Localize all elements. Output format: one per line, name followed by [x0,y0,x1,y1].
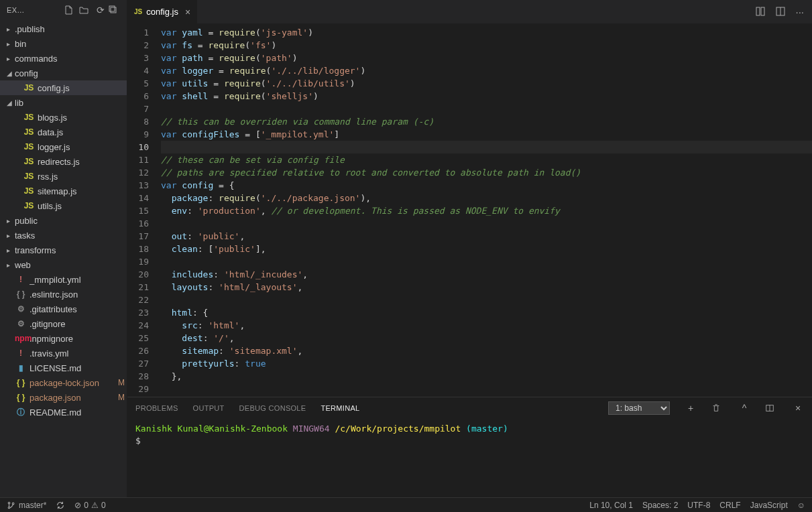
tab-actions: ··· [755,6,812,17]
item-label: .travis.yml [30,348,127,359]
item-label: lib [15,98,127,108]
svg-rect-3 [761,7,764,15]
file-README-md[interactable]: ⓘREADME.md [0,405,127,420]
terminal-body[interactable]: Kanishk Kunal@Kanishk-Zenbook MINGW64 /c… [127,419,812,497]
item-label: logger.js [38,142,127,152]
svg-rect-2 [756,7,760,15]
chevron-right-icon: ▸ [7,40,15,48]
file--mmpilot-yml[interactable]: !_mmpilot.yml [0,272,127,287]
file--eslintrc-json[interactable]: { }.eslintrc.json [0,287,127,302]
chevron-right-icon: ▸ [7,217,15,225]
folder-commands[interactable]: ▸commands [0,51,127,66]
file-package-json[interactable]: { }package.jsonM [0,390,127,405]
file-sitemap-js[interactable]: JSsitemap.js [0,184,127,198]
item-label: .gitignore [30,319,127,329]
folder-bin[interactable]: ▸bin [0,36,127,51]
bottom-panel: PROBLEMSOUTPUTDEBUG CONSOLETERMINAL 1: b… [127,397,812,497]
item-label: .publish [15,24,127,34]
chevron-down-icon: ◢ [7,70,15,77]
panel-tab-problems[interactable]: PROBLEMS [135,404,178,412]
panel-tab-output[interactable]: OUTPUT [193,404,225,412]
item-label: .eslintrc.json [30,290,127,300]
panel-tab-debug-console[interactable]: DEBUG CONSOLE [239,404,306,412]
compare-icon[interactable] [755,6,766,17]
file--travis-yml[interactable]: !.travis.yml [0,346,127,361]
file-blogs-js[interactable]: JSblogs.js [0,110,127,125]
item-label: sitemap.js [38,186,127,196]
file-redirects-js[interactable]: JSredirects.js [0,154,127,169]
collapse-all-icon[interactable] [108,5,123,15]
status-sync-icon[interactable] [56,501,65,510]
folder-transforms[interactable]: ▸transforms [0,243,127,257]
kill-terminal-icon[interactable] [711,403,723,413]
folder-lib[interactable]: ◢lib [0,95,127,110]
maximize-panel-icon[interactable]: ^ [738,403,750,413]
file-LICENSE-md[interactable]: ▮LICENSE.md [0,361,127,375]
status-branch[interactable]: master* [7,501,46,510]
chevron-right-icon: ▸ [7,247,15,254]
close-icon[interactable]: × [185,7,190,17]
status-encoding[interactable]: UTF-8 [687,501,710,510]
status-feedback-icon[interactable]: ☺ [797,501,805,510]
terminal-branch: (master) [466,424,508,434]
file-package-lock-json[interactable]: { }package-lock.jsonM [0,375,127,390]
line-gutter: 1234567891011121314151617181920212223242… [127,23,161,397]
item-label: bin [15,39,127,49]
item-label: package.json [30,393,116,403]
status-cursor[interactable]: Ln 10, Col 1 [589,501,633,510]
item-label: config.js [38,83,127,93]
chevron-right-icon: ▸ [7,232,15,239]
file--gitattributes[interactable]: ⚙.gitattributes [0,302,127,316]
item-label: commands [15,54,127,64]
item-label: _mmpilot.yml [30,275,127,285]
refresh-icon[interactable]: ⟳ [93,5,108,15]
tab-config-js[interactable]: JS config.js × [127,0,197,23]
file--gitignore[interactable]: ⚙.gitignore [0,316,127,331]
svg-rect-1 [109,6,115,11]
file--npmignore[interactable]: npm.npmignore [0,331,127,346]
item-label: blogs.js [38,113,127,123]
item-label: public [15,216,127,226]
explorer-sidebar: EX... ⟳ ▸.publish▸bin▸commands◢configJSc… [0,0,127,497]
item-label: config [15,68,127,78]
item-label: redirects.js [38,157,127,167]
new-file-icon[interactable] [64,5,78,15]
chevron-right-icon: ▸ [7,25,15,33]
panel-tab-terminal[interactable]: TERMINAL [321,404,359,412]
more-icon[interactable]: ··· [795,6,804,17]
code-content[interactable]: var yaml = require('js-yaml')var fs = re… [161,23,812,397]
terminal-selector[interactable]: 1: bash [608,401,670,415]
split-terminal-icon[interactable] [765,403,777,413]
tab-bar: JS config.js × ··· [127,0,812,23]
item-label: transforms [15,245,127,255]
status-problems[interactable]: ⊘ 0 ⚠ 0 [74,501,105,510]
explorer-header: EX... ⟳ [0,0,127,20]
git-status-badge: M [116,393,127,402]
terminal-user: Kanishk Kunal@Kanishk-Zenbook [135,424,288,434]
file-data-js[interactable]: JSdata.js [0,125,127,139]
status-language[interactable]: JavaScript [750,501,788,510]
status-spaces[interactable]: Spaces: 2 [642,501,678,510]
new-terminal-icon[interactable]: + [685,403,697,413]
status-eol[interactable]: CRLF [719,501,740,510]
folder-tasks[interactable]: ▸tasks [0,228,127,243]
item-label: LICENSE.md [30,363,127,373]
file-config-js[interactable]: JSconfig.js [0,80,127,95]
file-tree: ▸.publish▸bin▸commands◢configJSconfig.js… [0,20,127,497]
editor-body[interactable]: 1234567891011121314151617181920212223242… [127,23,812,397]
svg-rect-0 [111,7,116,13]
file-logger-js[interactable]: JSlogger.js [0,139,127,154]
folder--publish[interactable]: ▸.publish [0,21,127,36]
folder-config[interactable]: ◢config [0,66,127,80]
file-rss-js[interactable]: JSrss.js [0,169,127,184]
terminal-path: /c/Work/projects/mmpilot [335,424,461,434]
file-utils-js[interactable]: JSutils.js [0,198,127,213]
close-panel-icon[interactable]: × [792,403,804,413]
folder-web[interactable]: ▸web [0,257,127,272]
new-folder-icon[interactable] [78,5,93,15]
item-label: utils.js [38,201,127,211]
split-editor-icon[interactable] [775,6,786,17]
folder-public[interactable]: ▸public [0,213,127,228]
scrollbar[interactable] [803,23,812,397]
svg-point-10 [12,503,14,505]
